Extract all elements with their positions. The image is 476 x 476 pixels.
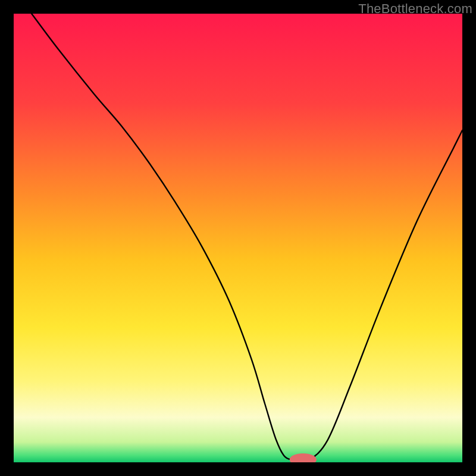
plot-area [14, 14, 462, 462]
bottleneck-chart [14, 14, 462, 462]
chart-background [14, 14, 462, 462]
watermark-label: TheBottleneck.com [358, 1, 472, 17]
chart-frame: TheBottleneck.com [0, 0, 476, 476]
